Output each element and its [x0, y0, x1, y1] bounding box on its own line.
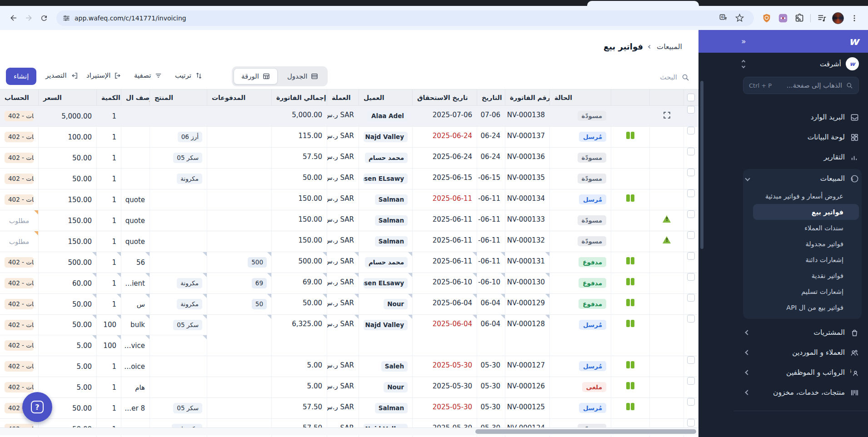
customer-cell[interactable]: Mohsen ELsawy — [359, 169, 413, 189]
breadcrumb-parent[interactable]: المبيعات — [657, 42, 682, 51]
customer-cell[interactable]: Saleh — [359, 356, 413, 377]
help-button[interactable]: ? — [22, 392, 52, 422]
browser-tab[interactable] — [587, 1, 699, 6]
customer-cell[interactable]: Najd Valley — [359, 127, 413, 147]
column-header-0[interactable]: الحساب — [0, 89, 39, 105]
select-all-checkbox[interactable] — [687, 94, 695, 101]
product-cell[interactable] — [150, 377, 207, 397]
due-date-cell[interactable]: 2025-05-30 — [413, 377, 477, 397]
account-cell[interactable]: 402 - مبيعات — [0, 148, 39, 168]
product-cell[interactable] — [150, 231, 207, 252]
currency-cell[interactable]: SAR ر.س — [327, 377, 359, 397]
sidebar-item-inbox[interactable]: البريد الوارد — [743, 107, 859, 127]
invoice-row[interactable]: 402 - مبيعات5.001هام5.00SAR ر.سNour2025-… — [0, 377, 698, 398]
column-header-4[interactable]: المنتج — [150, 89, 207, 105]
price-cell[interactable]: 500.00 — [39, 252, 97, 273]
sidebar-subitem[interactable]: إشعارات تسليم — [743, 283, 859, 299]
invoice-row[interactable]: 402 - مبيعات100.00106 أرز115.00SAR ر.سNa… — [0, 127, 698, 148]
quantity-cell[interactable]: 1 — [97, 356, 121, 377]
sidebar-item-dashboard[interactable]: لوحة البيانات — [743, 127, 859, 147]
account-cell[interactable]: 402 - مبيعات — [0, 315, 39, 335]
invoice-number-cell[interactable]: NV-000131 — [505, 252, 550, 273]
invoice-number-cell[interactable]: NV-000130 — [505, 273, 550, 293]
invoice-number-cell[interactable]: NV-000126 — [505, 377, 550, 397]
product-cell[interactable] — [150, 356, 207, 377]
row-checkbox[interactable] — [687, 419, 695, 427]
invoice-total-cell[interactable]: 6,325.00 — [272, 315, 327, 356]
currency-cell[interactable]: SAR ر.س — [327, 273, 359, 293]
price-cell[interactable]: 50.00 — [39, 148, 97, 168]
currency-cell[interactable]: SAR ر.س — [327, 148, 359, 168]
payments-cell[interactable] — [207, 106, 272, 126]
account-cell[interactable]: 402 - مبيعات — [0, 273, 39, 293]
date-cell[interactable]: -06-11 — [477, 189, 505, 210]
invoice-row[interactable]: 402 - مبيعات50.001سمكرونة5050.00SAR ر.سN… — [0, 294, 698, 315]
customer-cell[interactable]: Salman — [359, 398, 413, 418]
customer-cell[interactable]: Nour — [359, 377, 413, 397]
row-checkbox[interactable] — [687, 106, 695, 114]
description-cell[interactable]: …er 8 — [121, 398, 150, 418]
quantity-cell[interactable]: 1 — [97, 252, 121, 273]
invoice-number-cell[interactable]: NV-000127 — [505, 356, 550, 377]
description-cell[interactable]: هام — [121, 377, 150, 397]
due-date-cell[interactable]: 2025-07-06 — [413, 106, 477, 126]
price-cell[interactable]: 100.00 — [39, 127, 97, 147]
quantity-cell[interactable]: 1 — [97, 106, 121, 126]
product-cell[interactable]: مكرونة — [150, 169, 207, 189]
price-cell[interactable]: 150.00 — [39, 231, 97, 252]
row-checkbox[interactable] — [687, 210, 695, 218]
due-date-cell[interactable]: 2025-06-11 — [413, 189, 477, 210]
back-icon[interactable] — [5, 10, 21, 26]
price-cell[interactable]: 5,000.00 — [39, 106, 97, 126]
payments-cell[interactable]: 50 — [207, 294, 272, 314]
quantity-cell[interactable]: 1 — [97, 294, 121, 314]
quantity-cell[interactable]: 1 — [97, 273, 121, 293]
invoice-number-cell[interactable]: NV-000136 — [505, 148, 550, 168]
date-cell[interactable]: 05-30 — [477, 398, 505, 418]
view-table-button[interactable]: الجدول — [279, 68, 326, 84]
column-header-10[interactable]: التاريخ — [477, 89, 505, 105]
price-cell[interactable]: 5.00 — [39, 335, 97, 356]
payments-cell[interactable]: 69 — [207, 273, 272, 293]
description-cell[interactable]: quote — [121, 231, 150, 252]
create-button[interactable]: إنشاء — [6, 68, 36, 85]
product-cell[interactable] — [150, 189, 207, 210]
browser-menu-icon[interactable] — [848, 11, 861, 25]
payments-cell[interactable] — [207, 169, 272, 189]
product-cell[interactable]: مكرونة — [150, 294, 207, 314]
expand-icon[interactable] — [663, 111, 671, 119]
invoice-number-cell[interactable]: NV-000125 — [505, 398, 550, 418]
payments-cell[interactable] — [207, 398, 272, 418]
description-cell[interactable]: …oice — [121, 356, 150, 377]
workspace-switcher[interactable]: w أشرقت — [698, 53, 868, 74]
invoice-total-cell[interactable]: 50.00 — [272, 294, 327, 314]
row-checkbox[interactable] — [687, 252, 695, 260]
date-cell[interactable]: 05-30 — [477, 377, 505, 397]
currency-cell[interactable]: SAR ر.س — [327, 398, 359, 418]
reload-icon[interactable] — [36, 10, 52, 26]
sidebar-subitem[interactable]: فواتير نقدية — [743, 268, 859, 283]
sidebar-item-contacts[interactable]: العملاء و الموردين — [743, 343, 859, 363]
price-cell[interactable]: 5.00 — [39, 377, 97, 397]
url-text[interactable]: app.wafeq.com/c/141771/invoicing — [75, 15, 715, 22]
scrollbar-thumb[interactable] — [475, 429, 696, 434]
account-cell[interactable]: 402 - مبيعات — [0, 106, 39, 126]
quantity-cell[interactable]: 1 — [97, 169, 121, 189]
payments-cell[interactable]: 500 — [207, 252, 272, 273]
invoice-total-cell[interactable]: 5,000.00 — [272, 106, 327, 126]
customer-cell[interactable]: Nour — [359, 294, 413, 314]
currency-cell[interactable]: SAR ر.س — [327, 252, 359, 273]
quantity-cell[interactable]: 1 — [97, 127, 121, 147]
sidebar-subitem-active[interactable]: فواتير بيع — [753, 204, 859, 220]
quantity-cell[interactable]: 1 — [97, 210, 121, 231]
invoice-total-cell[interactable]: 150.00 — [272, 210, 327, 231]
due-date-cell[interactable]: 2025-06-04 — [413, 315, 477, 356]
column-header-1[interactable]: السعر — [39, 89, 97, 105]
quantity-cell[interactable]: 100 — [97, 315, 121, 335]
payments-cell[interactable] — [207, 231, 272, 252]
invoice-row[interactable]: 402 - مبيعات150.001quote150.00SAR ر.سSal… — [0, 189, 698, 210]
invoice-row[interactable]: مطلوب150.001quote150.00SAR ر.سSalman2025… — [0, 210, 698, 231]
column-header-9[interactable]: تاريخ الاستحقاق — [413, 89, 477, 105]
sidebar-item-products[interactable]: منتجات، خدمات، مخزون — [743, 382, 859, 402]
product-cell[interactable]: مكرونة — [150, 273, 207, 293]
